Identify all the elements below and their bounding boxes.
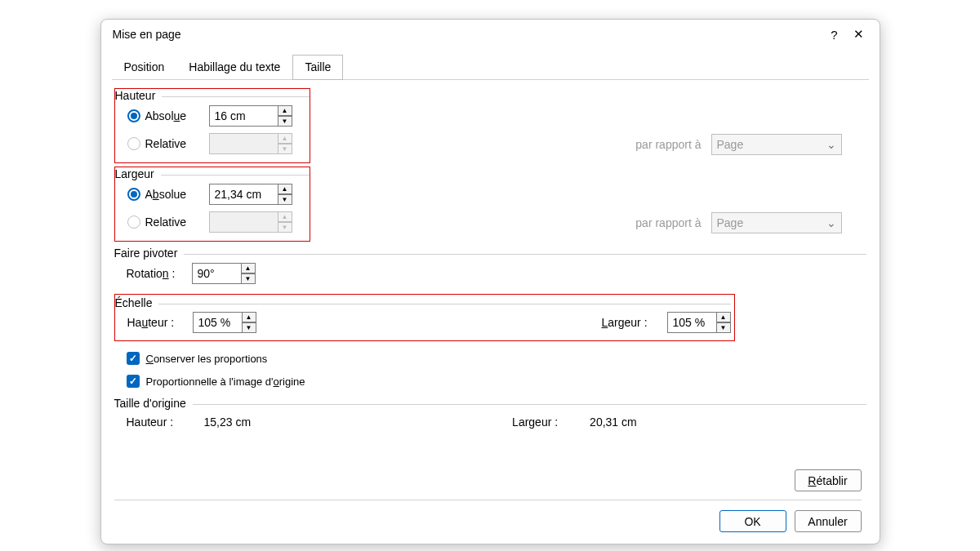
group-original-legend: Taille d'origine — [114, 397, 866, 410]
titlebar: Mise en page ? ✕ — [101, 20, 880, 49]
spin-buttons[interactable]: ▲▼ — [241, 263, 256, 284]
radio-unchecked-icon — [127, 216, 140, 229]
height-relative-label: Relative — [145, 137, 187, 150]
scale-height-input[interactable]: ▲▼ — [193, 312, 256, 333]
original-size-row: Hauteur : 15,23 cm Largeur : 20,31 cm — [114, 410, 866, 434]
chevron-down-icon — [826, 138, 836, 151]
spin-buttons[interactable]: ▲▼ — [278, 105, 292, 127]
group-scale-legend: Échelle — [115, 296, 731, 309]
width-absolute-row: Absolue ▲▼ — [115, 180, 310, 208]
checkbox-checked-icon[interactable] — [127, 352, 140, 365]
reset-button[interactable]: Rétablir — [795, 469, 862, 491]
height-absolute-input[interactable]: ▲▼ — [209, 105, 292, 127]
tab-bar: Position Habillage du texte Taille — [112, 54, 869, 80]
width-absolute-input[interactable]: ▲▼ — [209, 184, 292, 205]
original-width-label: Largeur : — [512, 415, 590, 429]
dialog-body: Hauteur Absolue ▲▼ Relative — [101, 80, 880, 464]
width-relative-radio[interactable]: Relative — [127, 216, 209, 229]
group-height: Hauteur Absolue ▲▼ Relative — [115, 89, 310, 158]
spin-down-icon: ▼ — [278, 222, 292, 233]
group-rotate-title: Faire pivoter — [114, 247, 178, 260]
radio-checked-icon — [127, 188, 140, 201]
scale-height-field[interactable] — [193, 312, 242, 333]
group-width-title: Largeur — [115, 167, 154, 180]
close-button[interactable]: ✕ — [847, 27, 871, 42]
group-width: Largeur Absolue ▲▼ Relative — [115, 167, 310, 236]
relative-original-row[interactable]: Proportionnelle à l'image d'origine — [127, 371, 866, 392]
relative-original-label: Proportionnelle à l'image d'origine — [146, 375, 305, 388]
width-relative-input: ▲▼ — [209, 211, 292, 233]
highlight-box-height: Hauteur Absolue ▲▼ Relative — [114, 88, 310, 163]
keep-ratio-label: Conserver les proportions — [146, 353, 268, 365]
height-absolute-label: Absolue — [145, 109, 187, 122]
highlight-box-scale: Échelle Hauteur : ▲▼ Largeur : ▲▼ — [114, 294, 735, 341]
tab-text-wrap[interactable]: Habillage du texte — [176, 55, 292, 80]
scale-row: Hauteur : ▲▼ Largeur : ▲▼ — [115, 309, 731, 335]
highlight-box-width: Largeur Absolue ▲▼ Relative — [114, 167, 310, 242]
spin-buttons[interactable]: ▲▼ — [242, 312, 256, 333]
spin-down-icon[interactable]: ▼ — [241, 273, 256, 284]
spin-buttons-disabled: ▲▼ — [278, 211, 292, 233]
scale-width-field[interactable] — [667, 312, 716, 333]
width-absolute-label: Absolue — [145, 188, 187, 201]
dialog-title: Mise en page — [113, 28, 822, 41]
width-relative-row: Relative ▲▼ — [115, 208, 310, 236]
tab-position[interactable]: Position — [112, 55, 177, 80]
width-relative-to-select: Page — [711, 212, 842, 233]
layout-dialog: Mise en page ? ✕ Position Habillage du t… — [100, 19, 880, 544]
height-relative-to-label: par rapport à — [635, 138, 701, 151]
height-relative-radio[interactable]: Relative — [127, 137, 209, 150]
spin-buttons[interactable]: ▲▼ — [716, 312, 731, 333]
group-rotate-legend: Faire pivoter — [114, 247, 866, 260]
group-height-legend: Hauteur — [115, 89, 310, 102]
checkbox-checked-icon[interactable] — [127, 375, 140, 388]
dialog-footer: Rétablir OK Annuler — [101, 464, 880, 544]
height-relative-to-select: Page — [711, 134, 842, 155]
help-button[interactable]: ? — [822, 28, 847, 42]
original-height-value: 15,23 cm — [204, 415, 252, 429]
scale-width-label: Largeur : — [602, 316, 667, 329]
keep-ratio-row[interactable]: Conserver les proportions — [127, 348, 866, 369]
group-width-legend: Largeur — [115, 167, 310, 180]
original-height-label: Hauteur : — [127, 415, 204, 429]
scale-width-input[interactable]: ▲▼ — [667, 312, 731, 333]
height-relative-row: Relative ▲▼ — [115, 130, 310, 158]
height-relative-to-value: Page — [717, 138, 744, 151]
spin-up-icon: ▲ — [278, 211, 292, 222]
width-relative-to-value: Page — [717, 216, 744, 229]
radio-unchecked-icon — [127, 137, 140, 150]
height-absolute-radio[interactable]: Absolue — [127, 109, 209, 122]
spin-up-icon[interactable]: ▲ — [242, 312, 256, 322]
rotation-input[interactable]: ▲▼ — [192, 263, 256, 284]
width-relative-label: Relative — [145, 216, 187, 229]
spin-down-icon: ▼ — [278, 144, 292, 154]
height-relative-field — [209, 133, 278, 154]
spin-down-icon[interactable]: ▼ — [716, 322, 731, 333]
original-width-value: 20,31 cm — [590, 415, 637, 429]
group-scale-title: Échelle — [115, 296, 153, 309]
cancel-button[interactable]: Annuler — [795, 510, 862, 532]
chevron-down-icon — [826, 216, 836, 229]
tab-size[interactable]: Taille — [292, 55, 343, 80]
rotation-field[interactable] — [192, 263, 241, 284]
group-scale: Échelle Hauteur : ▲▼ Largeur : ▲▼ — [115, 296, 731, 335]
spin-down-icon[interactable]: ▼ — [278, 116, 292, 127]
width-absolute-field[interactable] — [209, 184, 278, 205]
radio-checked-icon — [127, 109, 140, 122]
height-absolute-field[interactable] — [209, 105, 278, 127]
spin-up-icon[interactable]: ▲ — [716, 312, 731, 322]
spin-up-icon[interactable]: ▲ — [278, 105, 292, 116]
spin-up-icon: ▲ — [278, 133, 292, 144]
group-rotate: Faire pivoter Rotation : ▲▼ — [114, 247, 866, 287]
spin-up-icon[interactable]: ▲ — [278, 184, 292, 194]
spin-down-icon[interactable]: ▼ — [278, 194, 292, 205]
height-relative-input: ▲▼ — [209, 133, 292, 154]
group-height-title: Hauteur — [115, 89, 156, 102]
width-relative-field — [209, 211, 278, 233]
spin-down-icon[interactable]: ▼ — [242, 322, 256, 333]
spin-up-icon[interactable]: ▲ — [241, 263, 256, 273]
spin-buttons[interactable]: ▲▼ — [278, 184, 292, 205]
height-absolute-row: Absolue ▲▼ — [115, 102, 310, 130]
ok-button[interactable]: OK — [719, 510, 786, 532]
width-absolute-radio[interactable]: Absolue — [127, 188, 209, 201]
